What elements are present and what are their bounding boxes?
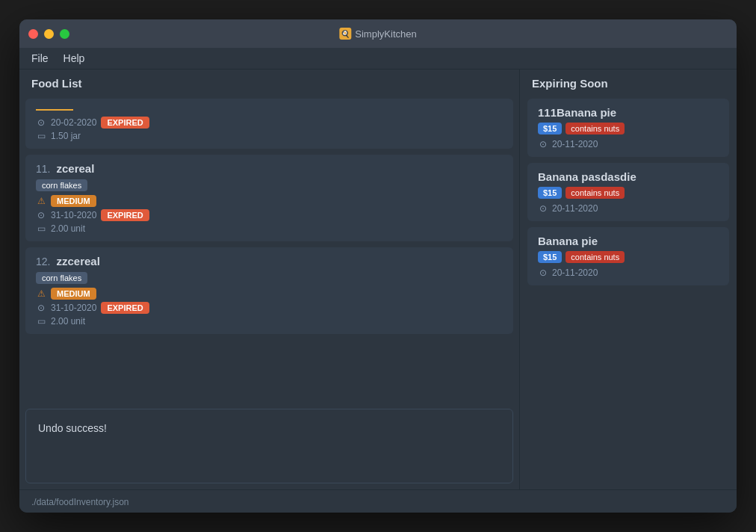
priority-row: ⚠ MEDIUM xyxy=(36,288,503,300)
clock-icon: ⊙ xyxy=(36,303,46,313)
price-tag: $15 xyxy=(538,251,562,263)
warn-icon: ⚠ xyxy=(36,196,46,206)
expiring-name: 111Banana pie xyxy=(538,106,719,119)
clock-icon: ⊙ xyxy=(36,117,46,128)
status-path: ./data/foodInventory.json xyxy=(31,497,129,507)
expiring-name: Banana pasdasdie xyxy=(538,170,719,183)
allergen-tag: contains nuts xyxy=(566,251,625,263)
expiring-tags: $15 contains nuts xyxy=(538,251,719,263)
menu-help[interactable]: Help xyxy=(63,52,85,64)
box-icon: ▭ xyxy=(36,316,46,327)
allergen-tag: contains nuts xyxy=(566,187,625,199)
qty-row: ▭ 2.00 unit xyxy=(36,223,503,234)
category-tag: corn flakes xyxy=(36,272,87,284)
clock-icon: ⊙ xyxy=(538,139,548,149)
app-icon: 🍳 xyxy=(339,28,351,40)
item-header: 11. zcereal xyxy=(36,162,503,175)
qty-row: ▭ 2.00 unit xyxy=(36,316,503,327)
item-header: 12. zzcereal xyxy=(36,255,503,267)
maximize-button[interactable] xyxy=(60,29,69,39)
app-window: 🍳 SimplyKitchen File Help Food List ⊙ 20… xyxy=(19,19,737,513)
menu-bar: File Help xyxy=(19,48,737,69)
expiring-tags: $15 contains nuts xyxy=(538,187,719,199)
expired-badge: EXPIRED xyxy=(101,117,149,129)
category-tag: corn flakes xyxy=(36,179,87,191)
qty-row: ▭ 1.50 jar xyxy=(36,131,503,141)
price-tag: $15 xyxy=(538,187,562,199)
expired-badge: EXPIRED xyxy=(101,209,149,221)
item-divider xyxy=(36,109,73,111)
expiring-tags: $15 contains nuts xyxy=(538,123,719,134)
date-row: ⊙ 31-10-2020 EXPIRED xyxy=(36,209,503,221)
title-bar: 🍳 SimplyKitchen xyxy=(19,19,737,48)
menu-file[interactable]: File xyxy=(31,52,49,64)
minimize-button[interactable] xyxy=(44,29,54,39)
box-icon: ▭ xyxy=(36,131,46,141)
date-row: ⊙ 20-02-2020 EXPIRED xyxy=(36,117,503,129)
expiring-item: 111Banana pie $15 contains nuts ⊙ 20-11-… xyxy=(527,99,729,157)
food-list-header: Food List xyxy=(19,69,519,96)
left-panel: Food List ⊙ 20-02-2020 EXPIRED ▭ 1.50 ja… xyxy=(19,69,520,489)
food-list[interactable]: ⊙ 20-02-2020 EXPIRED ▭ 1.50 jar 11. zcer… xyxy=(19,96,519,403)
window-title: 🍳 SimplyKitchen xyxy=(339,28,416,40)
expired-badge: EXPIRED xyxy=(101,302,149,314)
close-button[interactable] xyxy=(28,29,38,39)
allergen-tag: contains nuts xyxy=(566,123,625,134)
expiring-list[interactable]: 111Banana pie $15 contains nuts ⊙ 20-11-… xyxy=(520,96,737,489)
list-item: 11. zcereal corn flakes ⚠ MEDIUM ⊙ 31-10… xyxy=(25,155,513,241)
medium-badge: MEDIUM xyxy=(51,195,96,207)
undo-panel: Undo success! xyxy=(25,409,513,483)
bottom-section: Undo success! xyxy=(19,403,519,489)
expiring-item: Banana pasdasdie $15 contains nuts ⊙ 20-… xyxy=(527,163,729,221)
price-tag: $15 xyxy=(538,123,562,134)
expiring-date: ⊙ 20-11-2020 xyxy=(538,203,719,214)
undo-message: Undo success! xyxy=(38,422,107,434)
status-bar: ./data/foodInventory.json xyxy=(19,489,737,513)
clock-icon: ⊙ xyxy=(538,267,548,278)
right-panel: Expiring Soon 111Banana pie $15 contains… xyxy=(520,69,737,489)
expiring-soon-header: Expiring Soon xyxy=(520,69,737,96)
expiring-date: ⊙ 20-11-2020 xyxy=(538,139,719,149)
main-area: Food List ⊙ 20-02-2020 EXPIRED ▭ 1.50 ja… xyxy=(19,69,737,489)
list-item: ⊙ 20-02-2020 EXPIRED ▭ 1.50 jar xyxy=(25,99,513,149)
box-icon: ▭ xyxy=(36,223,46,234)
traffic-lights xyxy=(28,29,69,39)
clock-icon: ⊙ xyxy=(36,210,46,220)
expiring-name: Banana pie xyxy=(538,235,719,247)
priority-row: ⚠ MEDIUM xyxy=(36,195,503,207)
expiring-item: Banana pie $15 contains nuts ⊙ 20-11-202… xyxy=(527,227,729,285)
warn-icon: ⚠ xyxy=(36,288,46,299)
expiring-date: ⊙ 20-11-2020 xyxy=(538,267,719,278)
clock-icon: ⊙ xyxy=(538,203,548,214)
medium-badge: MEDIUM xyxy=(51,288,96,300)
list-item: 12. zzcereal corn flakes ⚠ MEDIUM ⊙ 31-1… xyxy=(25,247,513,334)
date-row: ⊙ 31-10-2020 EXPIRED xyxy=(36,302,503,314)
